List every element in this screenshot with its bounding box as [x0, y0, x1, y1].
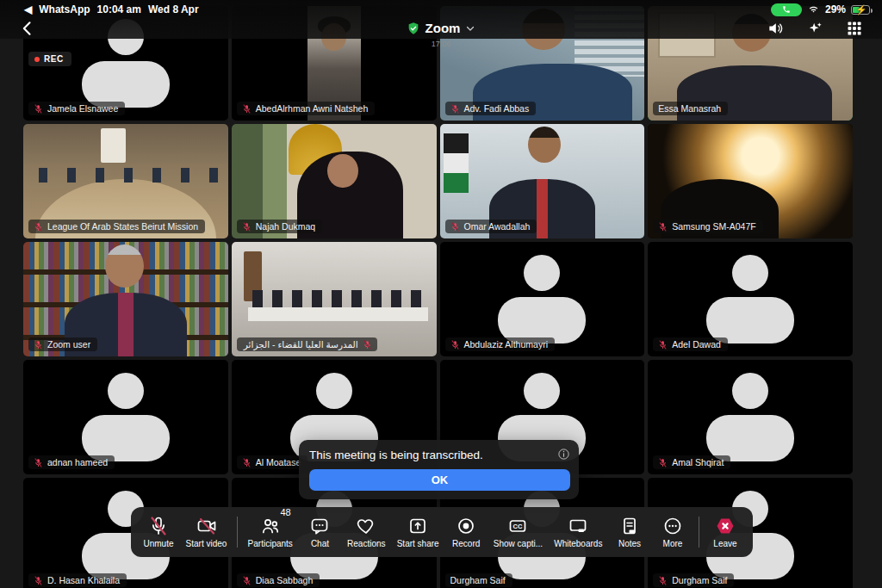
mic-muted-icon — [658, 222, 668, 232]
recording-badge: REC — [28, 52, 71, 66]
participant-tile[interactable]: Amal Shqirat — [648, 360, 853, 474]
toolbar-separator — [699, 517, 699, 548]
participant-tile[interactable]: Omar Awadallah — [440, 124, 645, 238]
ok-button[interactable]: OK — [309, 469, 570, 491]
active-call-icon[interactable] — [771, 3, 802, 16]
participant-tile[interactable]: Najah Dukmaq — [232, 124, 437, 238]
clock-date: Wed 8 Apr — [148, 3, 199, 15]
participant-tile[interactable]: المدرسة العليا للقضاء - الجزائر — [232, 242, 437, 356]
participant-name: Adel Dawad — [672, 339, 721, 350]
speaker-button[interactable] — [767, 20, 784, 37]
mic-muted-icon — [34, 222, 43, 232]
participant-name: Amal Shqirat — [672, 457, 724, 467]
mic-muted-icon — [34, 104, 43, 114]
mic-muted-icon — [450, 340, 460, 350]
participant-name: adnan hameed — [47, 457, 108, 467]
participant-tile[interactable]: Zoom user — [23, 242, 228, 356]
mic-muted-icon — [658, 340, 668, 350]
participants-button[interactable]: 48 Participants — [243, 514, 297, 550]
participant-name-pill: Abdulaziz Althumayri — [445, 337, 555, 351]
mic-muted-icon — [242, 104, 252, 114]
meeting-toolbar: Unmute Start video 48 Participants Chat … — [131, 507, 753, 557]
start-video-button[interactable]: Start video — [181, 514, 232, 550]
participant-name-pill: Essa Manasrah — [653, 102, 728, 115]
record-icon — [456, 516, 476, 536]
participant-tile[interactable]: Adel Dawad — [648, 242, 853, 356]
chevron-down-icon — [465, 23, 475, 34]
participant-name-pill: Samsung SM-A047F — [653, 220, 762, 233]
battery-icon: ⚡ — [851, 5, 870, 15]
whiteboards-button[interactable]: Whiteboards — [550, 514, 607, 550]
participant-name-pill: Omar Awadallah — [445, 220, 537, 233]
notes-button[interactable]: Notes — [609, 514, 650, 550]
participant-name: Jamela Elsnawee — [47, 103, 118, 114]
verified-shield-icon — [407, 22, 420, 35]
zoom-meeting-screen: Jamela ElsnaweeAbedAlrhman Awni NatshehA… — [0, 0, 882, 588]
meeting-title-group[interactable]: Zoom — [0, 17, 882, 39]
participant-tile[interactable]: Samsung SM-A047F — [648, 124, 853, 238]
speaker-icon — [767, 20, 784, 37]
participant-name: Durgham Saif — [672, 575, 727, 585]
chat-icon — [309, 516, 330, 536]
wifi-icon — [807, 4, 820, 15]
effects-button[interactable] — [806, 20, 823, 37]
record-button[interactable]: Record — [445, 514, 487, 550]
back-to-app-label[interactable]: WhatsApp — [39, 3, 90, 15]
participant-name-pill: Zoom user — [28, 337, 97, 351]
camera-off-icon — [196, 516, 217, 536]
apps-grid-button[interactable] — [846, 20, 863, 37]
nav-bar: Zoom — [0, 17, 882, 39]
participant-name: Abdulaziz Althumayri — [464, 339, 548, 350]
notes-icon — [619, 516, 640, 536]
participant-name-pill: AbedAlrhman Awni Natsheh — [237, 102, 376, 115]
participant-name-pill: Amal Shqirat — [653, 455, 730, 469]
info-icon[interactable] — [557, 448, 570, 461]
back-to-app-icon[interactable]: ◀ — [24, 3, 32, 15]
participant-tile[interactable]: Abdulaziz Althumayri — [440, 242, 645, 356]
chat-button[interactable]: Chat — [299, 514, 340, 550]
status-bar: ◀ WhatsApp 10:04 am Wed 8 Apr 29% ⚡ — [0, 0, 882, 17]
reactions-button[interactable]: Reactions — [342, 514, 390, 550]
unmute-button[interactable]: Unmute — [138, 514, 179, 550]
captions-icon: CC — [507, 516, 528, 536]
mic-muted-icon — [450, 222, 460, 232]
mic-muted-icon — [242, 576, 252, 585]
show-captions-button[interactable]: CC Show capti... — [488, 514, 547, 550]
participant-name: Al Moatase — [256, 457, 301, 467]
heart-icon — [356, 516, 376, 536]
participant-tile[interactable]: adnan hameed — [23, 360, 228, 474]
mic-muted-icon — [34, 576, 43, 585]
grid-icon — [846, 20, 863, 37]
leave-button[interactable]: Leave — [705, 514, 746, 550]
participant-grid: Jamela ElsnaweeAbedAlrhman Awni NatshehA… — [23, 6, 853, 588]
battery-percent: 29% — [825, 3, 846, 15]
participant-tile[interactable]: League Of Arab States Beirut Mission — [23, 124, 228, 238]
participant-name: المدرسة العليا للقضاء - الجزائر — [244, 339, 358, 350]
participant-name: Adv. Fadi Abbas — [464, 103, 530, 114]
participant-name-pill: Durgham Saif — [445, 573, 512, 587]
participant-name: League Of Arab States Beirut Mission — [47, 221, 198, 232]
participant-name: D. Hasan Khalaila — [47, 575, 120, 585]
mic-muted-icon — [34, 340, 43, 350]
more-icon — [662, 516, 683, 536]
toolbar-separator — [237, 517, 238, 548]
sparkle-icon — [806, 20, 823, 37]
more-button[interactable]: More — [652, 514, 693, 550]
mic-muted-icon — [148, 516, 169, 536]
start-share-button[interactable]: Start share — [392, 514, 444, 550]
header: ◀ WhatsApp 10:04 am Wed 8 Apr 29% ⚡ — [0, 0, 882, 39]
participant-name-pill: Diaa Sabbagh — [237, 573, 320, 587]
leave-icon — [715, 516, 736, 536]
mic-muted-icon — [242, 458, 252, 467]
participant-name-pill: Adv. Fadi Abbas — [445, 102, 537, 115]
participant-name-pill: Najah Dukmaq — [237, 220, 322, 233]
participant-name-pill: D. Hasan Khalaila — [28, 573, 127, 587]
transcription-dialog: This meeting is being transcribed. OK — [299, 440, 579, 499]
participant-name-pill: Adel Dawad — [653, 337, 728, 351]
dialog-message: This meeting is being transcribed. — [309, 448, 483, 461]
meeting-title: Zoom — [425, 21, 461, 35]
share-icon — [407, 516, 428, 536]
participant-name-pill: المدرسة العليا للقضاء - الجزائر — [237, 337, 377, 351]
participant-name: Samsung SM-A047F — [672, 221, 755, 232]
recording-label: REC — [44, 54, 64, 64]
